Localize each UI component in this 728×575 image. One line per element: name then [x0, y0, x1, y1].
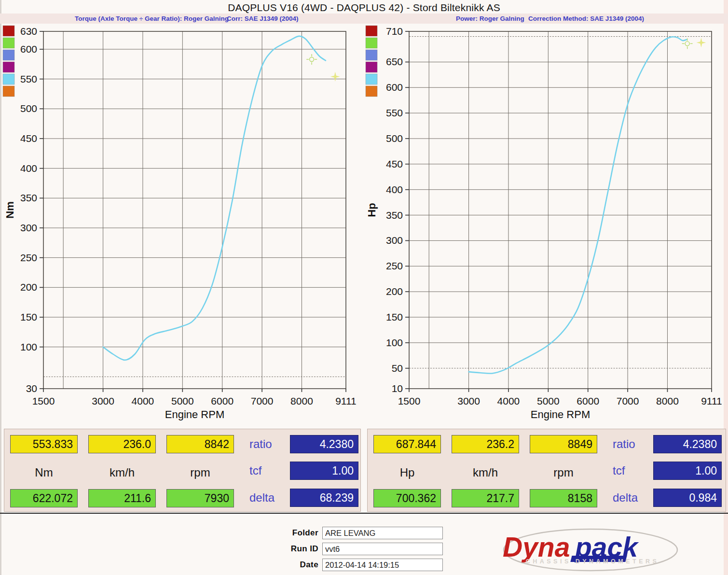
folder-label: Folder: [270, 528, 318, 538]
y-tick-label: 630: [20, 26, 37, 37]
legend-swatch: [366, 38, 377, 48]
folder-field-row: Folder: [270, 527, 443, 539]
y-tick-label: 100: [386, 337, 403, 348]
delta-value-cell: 0.984: [653, 489, 722, 507]
tcf-label: tcf: [613, 462, 651, 480]
unit-label: rpm: [530, 463, 597, 482]
peak-hold-value-cell: 553.833: [10, 435, 78, 453]
x-tick-label: 7000: [251, 395, 274, 407]
y-tick-label: 350: [386, 210, 403, 221]
x-tick-label: 5000: [171, 395, 194, 407]
y-tick-label: 30: [26, 383, 37, 394]
y-tick-label: 250: [386, 260, 403, 271]
torque-results-panel: 553.833 236.0 8842 Nm km/h rpm 622.072 2…: [4, 429, 361, 512]
y-tick-label: 550: [386, 107, 403, 118]
y-tick-label: 300: [386, 235, 403, 246]
peak-hold-value-cell: 236.0: [88, 435, 156, 453]
y-tick-label: 600: [386, 82, 403, 93]
y-tick-label: 350: [20, 192, 37, 203]
ratio-value-cell: 4.2380: [653, 435, 722, 453]
date-label: Date: [270, 560, 318, 570]
cursor-crosshair-marker: [306, 54, 317, 65]
y-tick-label: 200: [386, 286, 403, 297]
max-value-cell: 217.7: [452, 489, 519, 507]
x-axis-label: Engine RPM: [531, 408, 591, 421]
max-value-cell: 211.6: [88, 489, 156, 507]
peak-hold-value-cell: 8849: [530, 435, 597, 453]
unit-label: Nm: [10, 463, 78, 482]
run-id-field-row: Run ID: [270, 543, 443, 555]
legend-swatch: [3, 86, 14, 97]
torque-header-label: Torque (Axle Torque ÷ Gear Ratio): Roger…: [75, 15, 229, 22]
delta-label: delta: [613, 489, 651, 507]
legend-swatch: [3, 50, 14, 60]
unit-label: rpm: [166, 463, 234, 482]
y-tick-label: 150: [20, 311, 37, 323]
x-axis-label: Engine RPM: [165, 408, 225, 421]
peak-hold-value-cell: 236.2: [452, 435, 519, 453]
tcf-value-cell: 1.00: [653, 462, 722, 480]
legend-swatch: [3, 26, 14, 36]
delta-value-cell: 68.239: [290, 489, 358, 507]
section-divider: [0, 513, 728, 514]
peak-hold-value-cell: 8842: [166, 435, 234, 453]
unit-label: km/h: [88, 463, 156, 482]
y-tick-label: 650: [386, 56, 403, 67]
legend-swatch: [366, 62, 377, 72]
run-id-label: Run ID: [270, 544, 318, 554]
delta-label: delta: [249, 489, 288, 507]
date-field-row: Date: [270, 559, 443, 571]
unit-label: Hp: [373, 463, 441, 482]
plot-border: [43, 31, 346, 389]
legend-swatch: [366, 86, 377, 97]
y-tick-label: 400: [20, 163, 37, 174]
y-axis-label: Nm: [4, 201, 16, 218]
x-tick-label: 9111: [701, 395, 722, 407]
y-tick-label: 600: [20, 43, 37, 55]
x-tick-label: 4000: [497, 395, 520, 407]
cursor-star-marker: [696, 38, 706, 47]
y-tick-label: 100: [20, 341, 37, 352]
y-tick-label: 400: [386, 184, 403, 195]
power-results-panel: 687.844 236.2 8849 Hp km/h rpm 700.362 2…: [367, 429, 726, 512]
x-tick-label: 3000: [457, 395, 480, 407]
power-chart[interactable]: 1500300040005000600070008000911171065060…: [366, 26, 722, 421]
y-tick-label: 450: [386, 158, 403, 169]
legend-swatch: [3, 74, 14, 84]
x-tick-label: 1500: [398, 395, 421, 407]
run-id-input[interactable]: [322, 543, 443, 555]
y-tick-label: 200: [20, 281, 37, 293]
y-tick-label: 500: [20, 103, 37, 114]
x-tick-label: 8000: [656, 395, 679, 407]
power-header-label: Power: Roger Galning: [456, 15, 524, 22]
y-tick-label: 550: [20, 73, 37, 84]
y-tick-label: 710: [386, 26, 403, 37]
date-input[interactable]: [322, 559, 443, 571]
torque-correction-label: Corr: SAE J1349 (2004): [227, 15, 299, 22]
x-tick-label: 6000: [211, 395, 234, 407]
tcf-value-cell: 1.00: [290, 462, 358, 480]
cursor-star-marker: [330, 72, 340, 82]
torque-chart[interactable]: 1500300040005000600070008000911163060055…: [3, 26, 357, 421]
tcf-label: tcf: [249, 462, 288, 480]
y-tick-label: 450: [20, 133, 37, 144]
dyno-charts: 1500300040005000600070008000911163060055…: [0, 23, 728, 428]
x-tick-label: 7000: [617, 395, 639, 407]
x-tick-label: 6000: [577, 395, 599, 407]
folder-input[interactable]: [322, 527, 443, 539]
legend-swatch: [366, 50, 377, 60]
logo-caption: CHASSIS DYNAMOMETERS: [526, 558, 659, 565]
x-tick-label: 8000: [290, 395, 313, 407]
x-tick-label: 9111: [335, 395, 357, 407]
page-title: DAQPLUS V16 (4WD - DAQPLUS 42) - Stord B…: [0, 2, 728, 14]
dynapack-logo: Dyna pack CHASSIS DYNAMOMETERS: [498, 528, 681, 574]
max-value-cell: 622.072: [10, 489, 78, 507]
max-value-cell: 8158: [530, 489, 597, 507]
ratio-label: ratio: [249, 435, 288, 453]
legend-swatch: [366, 74, 377, 84]
y-axis-label: Hp: [366, 203, 378, 217]
x-tick-label: 1500: [32, 395, 55, 407]
x-tick-label: 5000: [537, 395, 560, 407]
legend-swatch: [3, 38, 14, 48]
y-tick-label: 10: [392, 383, 403, 394]
